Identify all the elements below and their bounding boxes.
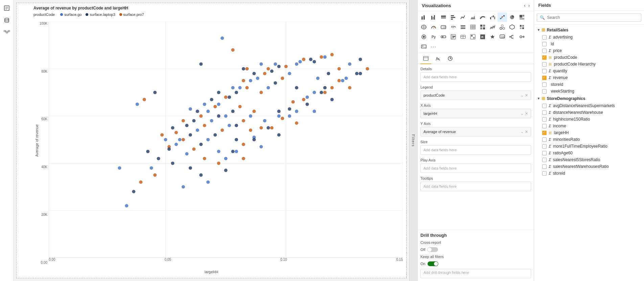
advertising-checkbox[interactable]: [542, 35, 547, 40]
viz-slicer[interactable]: [458, 22, 468, 32]
field-salesnearestwarehouse[interactable]: Σ salesNearestWarehousesRatio: [534, 163, 644, 170]
field-income[interactable]: Σ income: [534, 123, 644, 129]
search-input[interactable]: [547, 15, 638, 20]
id-checkbox[interactable]: [542, 42, 547, 46]
viz-kpi[interactable]: KPI: [448, 22, 458, 32]
keep-filters-toggle[interactable]: On: [420, 261, 438, 266]
productcode-hierarchy-checkbox[interactable]: [542, 62, 547, 67]
field-more1ft[interactable]: Σ more1FullTimeEmployeeRatio: [534, 143, 644, 150]
storeid-retail-checkbox[interactable]: [542, 82, 547, 87]
group-header-retailsales[interactable]: ▼ ⊞ RetailSales: [534, 26, 644, 34]
more1ft-checkbox[interactable]: [542, 144, 547, 149]
field-id[interactable]: id: [534, 41, 644, 47]
viz-card[interactable]: 123: [439, 22, 448, 32]
viz-waterfall[interactable]: [488, 12, 497, 22]
avgdistance-checkbox[interactable]: [542, 104, 547, 108]
field-ratioage60[interactable]: Σ ratioAge60: [534, 150, 644, 156]
viz-map[interactable]: [419, 22, 429, 32]
salesnearest5-checkbox[interactable]: [542, 158, 547, 162]
viz-chart-more-8[interactable]: [448, 32, 458, 42]
income-checkbox[interactable]: [542, 124, 547, 128]
yaxis-box[interactable]: Average of revenue ⌄ ✕: [420, 127, 531, 136]
tab-analytics[interactable]: [445, 54, 456, 64]
viz-chart-more-10[interactable]: [468, 32, 478, 42]
legend-box[interactable]: productCode ⌄ ✕: [420, 91, 531, 100]
field-advertising[interactable]: Σ advertising: [534, 34, 644, 41]
viz-matrix[interactable]: [478, 22, 487, 32]
field-storeid-retail[interactable]: storeId: [534, 81, 644, 88]
viz-decomp-tree[interactable]: [507, 32, 517, 42]
weekstarting-checkbox[interactable]: [542, 89, 547, 94]
legend-expand-icon[interactable]: ⌄: [521, 93, 524, 98]
viz-bar-grouped[interactable]: [429, 12, 438, 22]
revenue-checkbox[interactable]: [542, 76, 547, 80]
viz-qa[interactable]: Q&A: [498, 32, 507, 42]
viz-ribbon[interactable]: [478, 12, 487, 22]
largehh-checkbox[interactable]: [542, 131, 547, 135]
viz-chart-more-6[interactable]: Py: [429, 32, 438, 42]
viz-key-influencers[interactable]: [517, 32, 527, 42]
field-revenue[interactable]: Σ revenue: [534, 74, 644, 81]
viz-image[interactable]: [419, 42, 429, 51]
quantity-checkbox[interactable]: [542, 69, 547, 73]
drill-through-fields-box[interactable]: Add drill-through fields here: [420, 269, 531, 278]
viz-bar-stacked[interactable]: [419, 12, 429, 22]
yaxis-expand-icon[interactable]: ⌄: [521, 130, 524, 134]
legend-clear-icon[interactable]: ✕: [525, 93, 528, 98]
field-productcode[interactable]: ⊞ productCode: [534, 54, 644, 61]
sidebar-icon-data[interactable]: [1, 15, 12, 26]
tab-format[interactable]: [433, 54, 443, 64]
productcode-checkbox[interactable]: [542, 55, 547, 60]
details-box[interactable]: Add data fields here: [420, 72, 531, 82]
group-header-storedemographics[interactable]: ▼ ⊞ StoreDemographics: [534, 95, 644, 102]
field-price[interactable]: Σ price: [534, 47, 644, 54]
field-weekstarting[interactable]: weekStarting: [534, 88, 644, 95]
xaxis-expand-icon[interactable]: ⌄: [521, 111, 524, 116]
viz-chart-more-5[interactable]: [419, 32, 429, 42]
field-largehh[interactable]: ⊞ largeHH: [534, 129, 644, 136]
storeid-demo-checkbox[interactable]: [542, 171, 547, 176]
sidebar-icon-model[interactable]: [1, 27, 12, 38]
viz-chart-more-9[interactable]: [458, 32, 468, 42]
viz-chart-more-2[interactable]: [498, 22, 507, 32]
playaxis-box[interactable]: Add data fields here: [420, 163, 531, 173]
sidebar-icon-report[interactable]: [1, 3, 12, 14]
price-checkbox[interactable]: [542, 49, 547, 53]
viz-chart-more-1[interactable]: [488, 22, 497, 32]
minorities-checkbox[interactable]: [542, 137, 547, 142]
viz-line[interactable]: [458, 12, 468, 22]
field-storeid-demo[interactable]: Σ storeid: [534, 170, 644, 177]
cross-report-toggle[interactable]: Off: [420, 247, 438, 252]
viz-chart-more-7[interactable]: [439, 32, 448, 42]
field-avgdistance[interactable]: Σ avgDistanceNearestSupermarkets: [534, 102, 644, 109]
field-highincome[interactable]: Σ highincome150Ratio: [534, 116, 644, 123]
viz-bar-h[interactable]: [448, 12, 458, 22]
viz-chart-more-3[interactable]: [507, 22, 517, 32]
keep-filters-track[interactable]: [428, 261, 438, 266]
viz-chart-more-4[interactable]: [517, 22, 527, 32]
tab-fields[interactable]: [420, 54, 431, 64]
cross-report-track[interactable]: [427, 247, 438, 252]
field-quantity[interactable]: Σ quantity: [534, 68, 644, 74]
viz-area[interactable]: [468, 12, 478, 22]
size-box[interactable]: Add data fields here: [420, 145, 531, 155]
ratioage60-checkbox[interactable]: [542, 151, 547, 155]
yaxis-clear-icon[interactable]: ✕: [525, 130, 528, 134]
viz-table[interactable]: [468, 22, 478, 32]
viz-chart-more-11[interactable]: R: [478, 32, 487, 42]
distancenearest-checkbox[interactable]: [542, 110, 547, 115]
viz-panel-back-icon[interactable]: ‹: [524, 3, 526, 8]
highincome-checkbox[interactable]: [542, 117, 547, 122]
field-productcode-hierarchy[interactable]: ⊞ productCode Hierarchy: [534, 61, 644, 68]
viz-treemap[interactable]: [517, 12, 527, 22]
field-salesnearest5[interactable]: Σ salesNearest5StoresRatio: [534, 156, 644, 163]
viz-more-ellipsis[interactable]: ···: [429, 42, 438, 51]
field-minorities[interactable]: Σ minoritiesRatio: [534, 136, 644, 143]
tooltips-box[interactable]: Add data fields here: [420, 182, 531, 191]
field-distancenearest[interactable]: Σ distanceNearestWarehouse: [534, 109, 644, 116]
xaxis-box[interactable]: largeHH ⌄ ✕: [420, 109, 531, 118]
viz-scatter[interactable]: [498, 12, 507, 22]
viz-panel-forward-icon[interactable]: ›: [528, 3, 530, 8]
xaxis-clear-icon[interactable]: ✕: [525, 111, 528, 116]
viz-ai-icon[interactable]: [488, 32, 497, 42]
